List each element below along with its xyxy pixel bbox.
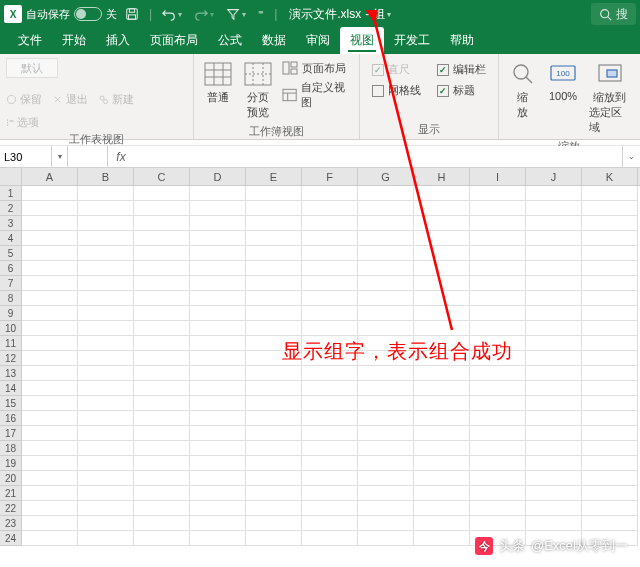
cell[interactable]: [582, 456, 638, 471]
cell[interactable]: [246, 411, 302, 426]
cell[interactable]: [22, 381, 78, 396]
ruler-checkbox[interactable]: 直尺: [372, 62, 421, 77]
cell[interactable]: [582, 366, 638, 381]
cell[interactable]: [414, 516, 470, 531]
cell[interactable]: [526, 471, 582, 486]
cell[interactable]: [358, 246, 414, 261]
cell[interactable]: [358, 231, 414, 246]
cell[interactable]: [470, 471, 526, 486]
cell[interactable]: [582, 216, 638, 231]
cell[interactable]: [358, 411, 414, 426]
row-header[interactable]: 3: [0, 216, 22, 231]
cell[interactable]: [470, 306, 526, 321]
cell[interactable]: [358, 501, 414, 516]
cell[interactable]: [78, 441, 134, 456]
exit-button[interactable]: 退出: [52, 92, 88, 107]
cell[interactable]: [22, 501, 78, 516]
cell[interactable]: [526, 366, 582, 381]
row-header[interactable]: 17: [0, 426, 22, 441]
cell[interactable]: [134, 246, 190, 261]
cell[interactable]: [302, 501, 358, 516]
cell[interactable]: [526, 336, 582, 351]
name-box[interactable]: L30: [0, 146, 52, 167]
cell[interactable]: [414, 396, 470, 411]
cell[interactable]: [78, 426, 134, 441]
cell[interactable]: [190, 471, 246, 486]
new-button[interactable]: 新建: [98, 92, 134, 107]
cell[interactable]: [246, 486, 302, 501]
tab-review[interactable]: 审阅: [296, 27, 340, 54]
cell[interactable]: [302, 306, 358, 321]
cell[interactable]: [78, 201, 134, 216]
cell[interactable]: [582, 396, 638, 411]
sheet-view-gallery[interactable]: 默认: [6, 58, 58, 78]
cell[interactable]: [470, 216, 526, 231]
cell[interactable]: [526, 321, 582, 336]
cell[interactable]: [134, 321, 190, 336]
cell[interactable]: [22, 441, 78, 456]
cell[interactable]: [358, 381, 414, 396]
cell[interactable]: [358, 216, 414, 231]
cell[interactable]: [302, 216, 358, 231]
cell[interactable]: [582, 291, 638, 306]
custom-views-button[interactable]: 自定义视图: [282, 80, 353, 110]
row-header[interactable]: 11: [0, 336, 22, 351]
cell[interactable]: [582, 186, 638, 201]
cell[interactable]: [78, 306, 134, 321]
cell[interactable]: [470, 201, 526, 216]
column-header[interactable]: I: [470, 168, 526, 185]
formula-input[interactable]: [134, 146, 622, 167]
normal-view-button[interactable]: 普通: [200, 58, 236, 107]
cell[interactable]: [134, 276, 190, 291]
cell[interactable]: [134, 531, 190, 546]
column-header[interactable]: E: [246, 168, 302, 185]
cell[interactable]: [190, 366, 246, 381]
cell[interactable]: [414, 471, 470, 486]
cell[interactable]: [358, 306, 414, 321]
cell[interactable]: [414, 531, 470, 546]
cell[interactable]: [190, 351, 246, 366]
cell[interactable]: [134, 426, 190, 441]
tab-page-layout[interactable]: 页面布局: [140, 27, 208, 54]
cell[interactable]: [302, 231, 358, 246]
cell[interactable]: [134, 381, 190, 396]
cell[interactable]: [190, 186, 246, 201]
cell[interactable]: [358, 186, 414, 201]
cell[interactable]: [22, 321, 78, 336]
cell[interactable]: [134, 471, 190, 486]
column-header[interactable]: H: [414, 168, 470, 185]
cell[interactable]: [582, 201, 638, 216]
row-header[interactable]: 9: [0, 306, 22, 321]
cell[interactable]: [134, 291, 190, 306]
row-header[interactable]: 18: [0, 441, 22, 456]
cell[interactable]: [582, 231, 638, 246]
cell[interactable]: [414, 441, 470, 456]
column-header[interactable]: A: [22, 168, 78, 185]
tab-help[interactable]: 帮助: [440, 27, 484, 54]
cell[interactable]: [526, 351, 582, 366]
row-header[interactable]: 2: [0, 201, 22, 216]
cell[interactable]: [190, 531, 246, 546]
cell[interactable]: [414, 276, 470, 291]
cell[interactable]: [246, 186, 302, 201]
cell[interactable]: [134, 201, 190, 216]
cell[interactable]: [414, 381, 470, 396]
cell[interactable]: [134, 351, 190, 366]
redo-icon[interactable]: ▾: [190, 7, 218, 21]
cell[interactable]: [414, 261, 470, 276]
cell[interactable]: [414, 426, 470, 441]
zoom-100-button[interactable]: 100 100%: [545, 58, 581, 104]
cell[interactable]: [358, 531, 414, 546]
column-header[interactable]: C: [134, 168, 190, 185]
cell[interactable]: [302, 276, 358, 291]
cell[interactable]: [22, 366, 78, 381]
row-header[interactable]: 13: [0, 366, 22, 381]
fx-button[interactable]: fx: [108, 146, 134, 167]
cell[interactable]: [22, 456, 78, 471]
cell[interactable]: [22, 426, 78, 441]
cell[interactable]: [582, 381, 638, 396]
cell[interactable]: [190, 501, 246, 516]
cell[interactable]: [302, 531, 358, 546]
cell[interactable]: [414, 201, 470, 216]
cell[interactable]: [22, 216, 78, 231]
